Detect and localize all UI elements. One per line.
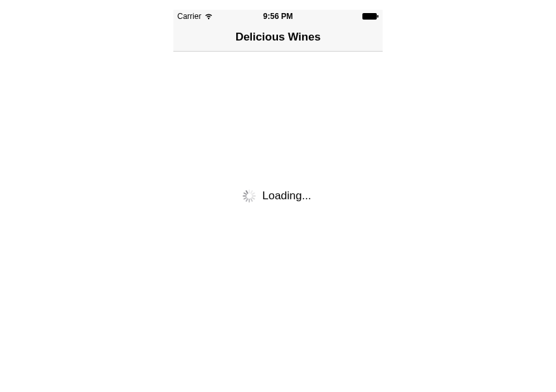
status-bar-time: 9:56 PM [263,12,292,21]
wifi-icon [204,13,213,20]
page-title: Delicious Wines [235,31,321,44]
carrier-label: Carrier [177,12,201,21]
spinner-icon [243,189,256,203]
svg-rect-1 [377,15,379,18]
status-bar-left: Carrier [177,12,213,21]
phone-frame: Carrier 9:56 PM Delicious Wines [173,10,383,52]
svg-rect-0 [362,13,377,20]
status-bar: Carrier 9:56 PM [173,10,383,23]
navigation-bar: Delicious Wines [173,23,383,52]
loading-text: Loading... [262,189,311,203]
battery-icon [362,13,379,20]
status-bar-right [362,13,379,20]
loading-indicator: Loading... [243,189,311,203]
